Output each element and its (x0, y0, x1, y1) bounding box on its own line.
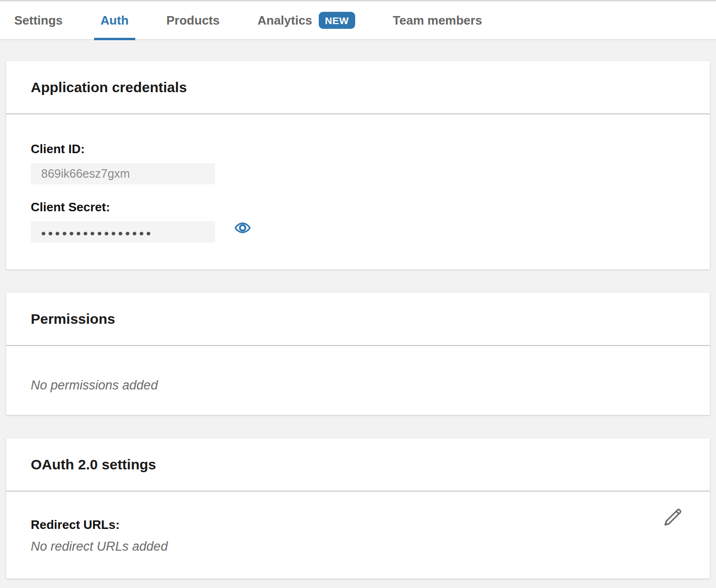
permissions-body: No permissions added (6, 346, 710, 415)
client-id-label: Client ID: (31, 142, 685, 156)
redirect-urls-label: Redirect URLs: (31, 518, 685, 532)
eye-icon (235, 220, 251, 237)
edit-redirect-urls-button[interactable] (663, 507, 683, 528)
tab-analytics[interactable]: Analytics NEW (257, 1, 355, 39)
permissions-empty-text: No permissions added (31, 378, 685, 392)
oauth-settings-title: OAuth 2.0 settings (6, 438, 710, 492)
oauth-settings-card: OAuth 2.0 settings Redirect URLs: No red… (6, 438, 710, 579)
application-credentials-card: Application credentials Client ID: 869ik… (6, 61, 710, 269)
tab-team-members-label: Team members (393, 13, 482, 28)
redirect-urls-empty-text: No redirect URLs added (31, 539, 685, 553)
tab-team-members[interactable]: Team members (393, 1, 482, 39)
tab-products[interactable]: Products (166, 1, 220, 39)
show-secret-button[interactable] (235, 220, 251, 236)
tab-auth-label: Auth (101, 13, 129, 28)
page-content: Application credentials Client ID: 869ik… (0, 40, 716, 584)
client-secret-label: Client Secret: (31, 200, 685, 214)
client-id-field[interactable]: 869ik66esz7gxm (31, 163, 215, 184)
client-secret-row: •••••••••••••••• (31, 214, 685, 242)
tab-settings[interactable]: Settings (14, 1, 63, 39)
tab-bar: Settings Auth Products Analytics NEW Tea… (0, 1, 716, 40)
pencil-icon (663, 507, 683, 529)
application-credentials-title: Application credentials (6, 61, 710, 114)
client-secret-field[interactable]: •••••••••••••••• (31, 221, 215, 242)
application-credentials-body: Client ID: 869ik66esz7gxm Client Secret:… (6, 114, 710, 269)
tab-products-label: Products (166, 13, 220, 28)
new-badge: NEW (319, 12, 355, 29)
permissions-card: Permissions No permissions added (6, 293, 710, 415)
tab-analytics-label: Analytics (257, 13, 312, 28)
permissions-title: Permissions (6, 293, 710, 346)
tab-settings-label: Settings (14, 13, 63, 28)
tab-auth[interactable]: Auth (101, 1, 129, 39)
oauth-settings-body: Redirect URLs: No redirect URLs added (6, 492, 710, 579)
